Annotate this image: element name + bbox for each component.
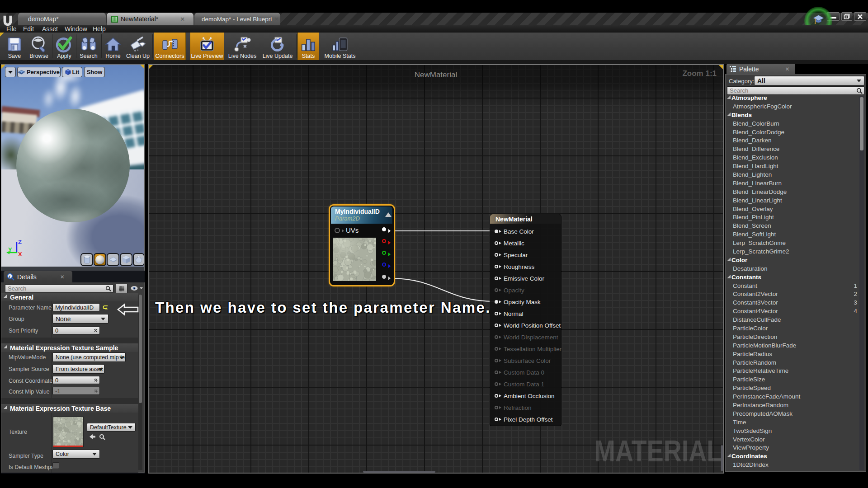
svg-text:Y: Y xyxy=(8,246,12,253)
svg-text:Z: Z xyxy=(18,239,22,245)
svg-text:X: X xyxy=(18,251,22,257)
